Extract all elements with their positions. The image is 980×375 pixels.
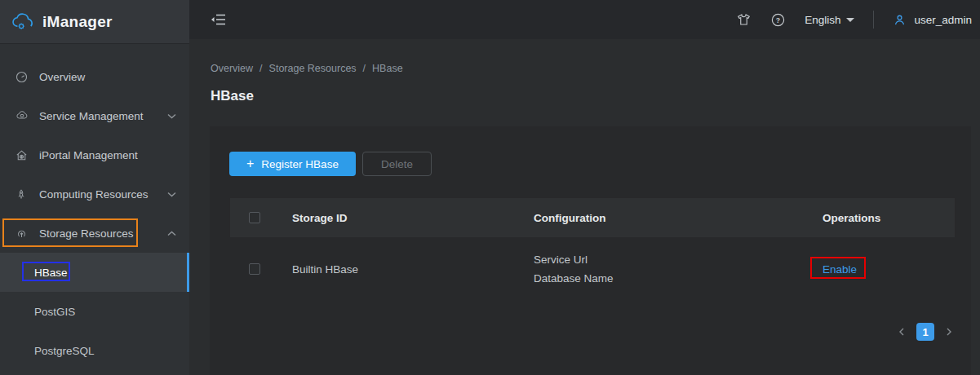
table-row: Builtin HBase Service Url Database Name … (230, 237, 955, 301)
breadcrumb-overview[interactable]: Overview (211, 63, 253, 74)
register-hbase-label: Register HBase (261, 158, 339, 170)
breadcrumb-storage-resources[interactable]: Storage Resources (269, 63, 357, 74)
delete-button[interactable]: Delete (362, 152, 432, 176)
sidebar-collapse-icon[interactable] (211, 12, 227, 27)
sidebar-subitem-postgis[interactable]: PostGIS (0, 292, 189, 331)
page-content: Overview / Storage Resources / HBase HBa… (189, 39, 980, 104)
sidebar-item-label: Overview (39, 71, 85, 83)
sidebar-item-service-management[interactable]: Service Management (0, 96, 189, 135)
enable-link[interactable]: Enable (823, 263, 857, 276)
theme-skin-icon[interactable] (736, 12, 752, 27)
select-all-checkbox[interactable] (249, 212, 260, 223)
topbar: ? English user_admin (189, 0, 980, 39)
row-checkbox[interactable] (249, 263, 260, 275)
imanager-logo-icon (11, 11, 35, 32)
plus-icon: + (246, 157, 254, 170)
imanager-app: iManager Overview Service Manage (0, 0, 980, 375)
configuration-value: Service Url Database Name (534, 250, 823, 288)
sidebar: iManager Overview Service Manage (0, 0, 189, 375)
sidebar-item-overview[interactable]: Overview (0, 57, 189, 96)
sidebar-subitem-label: PostGIS (34, 306, 75, 318)
dashboard-icon (15, 70, 29, 84)
chevron-down-icon (167, 192, 176, 197)
page-title: HBase (211, 88, 980, 104)
breadcrumb-separator: / (259, 63, 262, 74)
config-database-name-label: Database Name (534, 269, 823, 288)
sidebar-item-label: Computing Resources (39, 188, 149, 201)
col-configuration: Configuration (534, 209, 823, 227)
main-area: ? English user_admin (189, 0, 980, 375)
home-globe-icon (15, 148, 29, 162)
sidebar-subitem-label: HBase (34, 267, 68, 279)
hbase-panel: + Register HBase Delete Storage ID Confi… (210, 126, 971, 375)
table-header-row: Storage ID Configuration Operations (230, 198, 955, 237)
pagination-next-icon[interactable] (945, 327, 953, 337)
breadcrumb-separator: / (363, 63, 366, 74)
panel-toolbar: + Register HBase Delete (210, 126, 971, 176)
language-label: English (805, 14, 840, 26)
sidebar-nav: Overview Service Management (0, 44, 189, 370)
config-service-url-label: Service Url (534, 250, 823, 269)
sidebar-subitem-label: PostgreSQL (34, 345, 95, 357)
caret-down-icon (846, 18, 854, 22)
storage-upload-icon (15, 227, 29, 240)
sidebar-item-label: Service Management (39, 110, 144, 122)
delete-label: Delete (381, 158, 413, 170)
pagination: 1 (898, 323, 953, 341)
help-icon[interactable]: ? (770, 12, 786, 28)
rocket-icon (15, 188, 29, 201)
col-storage-id: Storage ID (292, 212, 534, 224)
col-operations: Operations (823, 212, 955, 224)
topbar-divider (873, 11, 874, 29)
sidebar-subitem-hbase[interactable]: HBase (0, 253, 189, 292)
register-hbase-button[interactable]: + Register HBase (229, 152, 356, 176)
language-selector[interactable]: English (805, 14, 854, 26)
user-menu[interactable]: user_admin (893, 13, 972, 27)
sidebar-item-storage-resources[interactable]: Storage Resources (0, 214, 189, 253)
sidebar-subitem-postgresql[interactable]: PostgreSQL (0, 331, 189, 370)
user-icon (893, 13, 907, 27)
storage-table: Storage ID Configuration Operations Buil… (230, 198, 955, 301)
storage-id-value: Builtin HBase (292, 263, 534, 276)
cloud-service-icon (15, 109, 29, 122)
chevron-up-icon (167, 231, 176, 236)
app-title: iManager (42, 13, 113, 31)
pagination-page-1[interactable]: 1 (916, 323, 934, 341)
breadcrumb-current: HBase (372, 63, 403, 74)
chevron-down-icon (167, 113, 176, 119)
sidebar-item-label: iPortal Management (39, 149, 138, 161)
topbar-right-group: ? English user_admin (736, 11, 972, 29)
sidebar-item-label: Storage Resources (39, 227, 134, 240)
sidebar-item-computing-resources[interactable]: Computing Resources (0, 174, 189, 214)
username-label: user_admin (914, 14, 972, 26)
sidebar-header: iManager (0, 0, 189, 44)
breadcrumb: Overview / Storage Resources / HBase (211, 63, 980, 74)
svg-text:?: ? (776, 15, 780, 24)
pagination-prev-icon[interactable] (898, 327, 906, 337)
sidebar-item-iportal-management[interactable]: iPortal Management (0, 135, 189, 174)
